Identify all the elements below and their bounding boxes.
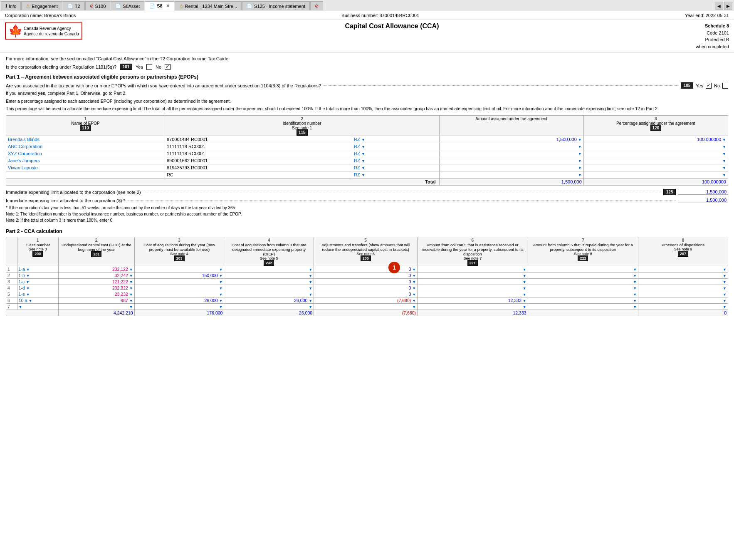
p2-diep-4[interactable]: ▼ xyxy=(224,291,314,297)
p1-percent-cell[interactable]: ▼ xyxy=(583,143,728,150)
p1-name-cell: Vivian Laposte xyxy=(6,164,165,171)
p2-adj-6[interactable]: ▼ xyxy=(314,304,418,310)
p2-col6-5[interactable]: 12,333 ▼ xyxy=(418,297,528,304)
p2-acq-2[interactable]: ▼ xyxy=(134,279,224,285)
p1-amount-cell[interactable]: ▼ xyxy=(439,143,583,150)
p2-ucc-6[interactable]: ▼ xyxy=(59,304,135,310)
p2-col6-0[interactable]: ▼ xyxy=(418,266,528,273)
p1-percent-cell[interactable]: ▼ xyxy=(583,164,728,171)
col3-num: 3 xyxy=(586,116,726,121)
p2-total-col7 xyxy=(528,310,638,316)
p2-adj-4[interactable]: 0 ▼ xyxy=(314,291,418,297)
tab-s8[interactable]: 📄 S8 ✕ xyxy=(145,1,174,11)
p2-col6-4[interactable]: ▼ xyxy=(418,291,528,297)
p2-class-dropdown-2: ▼ xyxy=(26,280,30,284)
p1-percent-cell[interactable]: ▼ xyxy=(583,171,728,178)
p2-diep-6[interactable]: ▼ xyxy=(224,304,314,310)
p2-class-5[interactable]: 10-a ▼ xyxy=(17,297,59,304)
no-checkbox[interactable] xyxy=(165,64,171,70)
p2-col7-0[interactable]: ▼ xyxy=(528,266,638,273)
p2-col6-1[interactable]: ▼ xyxy=(418,273,528,279)
p2-proceeds-6[interactable]: ▼ xyxy=(638,304,728,310)
part1-yes-checkbox[interactable] xyxy=(706,83,712,89)
part1-row-3: Jane's Jumpers 890001662 RC0001 RZ ▼ ▼ ▼ xyxy=(6,157,728,164)
p2-acq-1[interactable]: 150,000 ▼ xyxy=(134,273,224,279)
p2-ucc-2[interactable]: 121,222 ▼ xyxy=(59,279,135,285)
p1-amount-cell[interactable]: ▼ xyxy=(439,157,583,164)
tab-s125[interactable]: 📄 S125 - Income statement xyxy=(242,1,310,10)
p1-percent-cell[interactable]: 100.000000 ▼ xyxy=(583,136,728,143)
p2-class-3[interactable]: 1-d ▼ xyxy=(17,285,59,291)
p1-amount-cell[interactable]: ▼ xyxy=(439,171,583,178)
tab-more[interactable]: ⊘ xyxy=(310,1,323,10)
p2-diep-dd-5: ▼ xyxy=(309,299,312,303)
yes-checkbox[interactable] xyxy=(146,64,152,70)
p2-col7-4[interactable]: ▼ xyxy=(528,291,638,297)
p2-diep-1[interactable]: ▼ xyxy=(224,273,314,279)
tab-s8asset[interactable]: 📄 S8Asset xyxy=(111,1,144,10)
p2-acq-4[interactable]: ▼ xyxy=(134,291,224,297)
p2-ucc-1[interactable]: 32,242 ▼ xyxy=(59,273,135,279)
p2-col6-2[interactable]: ▼ xyxy=(418,279,528,285)
tab-s8-close[interactable]: ✕ xyxy=(166,3,170,9)
business-number-value: 870001484RC0001 xyxy=(379,13,419,18)
p2-class-2[interactable]: 1-c ▼ xyxy=(17,279,59,285)
p2-acq-dd-2: ▼ xyxy=(219,280,223,284)
nav-left[interactable]: ◀ xyxy=(715,2,723,10)
tab-engagement[interactable]: ⚠ Engagement xyxy=(21,1,62,10)
p2-proceeds-0[interactable]: ▼ xyxy=(638,266,728,273)
part1-question: Are you associated in the tax year with … xyxy=(6,83,321,88)
p2-adj-0[interactable]: 0 ▼ xyxy=(314,266,418,273)
p2-ucc-0[interactable]: 232,122 ▼ xyxy=(59,266,135,273)
p1-amount-cell[interactable]: ▼ xyxy=(439,164,583,171)
p2-adj-1[interactable]: 0 ▼ xyxy=(314,273,418,279)
schedule-label: Schedule 8 xyxy=(705,23,729,28)
p1-percent-cell[interactable]: ▼ xyxy=(583,150,728,157)
p2-proceeds-3[interactable]: ▼ xyxy=(638,285,728,291)
part2-row-6: 7 ▼ ▼ ▼ ▼ ▼ ▼ ▼ ▼ xyxy=(6,304,728,310)
p2-adj-3[interactable]: 0 ▼ xyxy=(314,285,418,291)
p2-class-0[interactable]: 1-a ▼ xyxy=(17,266,59,273)
p1-amount-cell[interactable]: ▼ xyxy=(439,150,583,157)
tab-s100[interactable]: ⊘ S100 xyxy=(85,1,111,10)
tab-rental[interactable]: ⚠ Rental - 1234 Main Stre... xyxy=(175,1,242,10)
p2-acq-0[interactable]: ▼ xyxy=(134,266,224,273)
p2-col7-2[interactable]: ▼ xyxy=(528,279,638,285)
p2-ucc-5[interactable]: 987 ▼ xyxy=(59,297,135,304)
p1-amount-cell[interactable]: 1,500,000 ▼ xyxy=(439,136,583,143)
p2-ucc-3[interactable]: 232,322 ▼ xyxy=(59,285,135,291)
p2-acq-6[interactable]: ▼ xyxy=(134,304,224,310)
p2-col7-5[interactable]: ▼ xyxy=(528,297,638,304)
p2-diep-0[interactable]: ▼ xyxy=(224,266,314,273)
tab-t2[interactable]: 📄 T2 xyxy=(63,1,85,10)
p2-diep-5[interactable]: 26,000 ▼ xyxy=(224,297,314,304)
tab-info[interactable]: ℹ Info xyxy=(1,1,21,10)
p2-col6-6[interactable]: ▼ xyxy=(418,304,528,310)
part1-no-checkbox[interactable] xyxy=(722,83,728,89)
nav-right[interactable]: ▶ xyxy=(724,2,732,10)
p1-percent-cell[interactable]: ▼ xyxy=(583,157,728,164)
p2-col5-header: 5 Adjustments and transfers (show amount… xyxy=(314,237,418,266)
p2-acq-3[interactable]: ▼ xyxy=(134,285,224,291)
p2-col7-1[interactable]: ▼ xyxy=(528,273,638,279)
p2-col7-3[interactable]: ▼ xyxy=(528,285,638,291)
p1-id-cell: 11111118 RC0001 xyxy=(165,143,352,150)
p2-col7-6[interactable]: ▼ xyxy=(528,304,638,310)
p2-diep-3[interactable]: ▼ xyxy=(224,285,314,291)
p2-proceeds-5[interactable]: ▼ xyxy=(638,297,728,304)
p2-diep-2[interactable]: ▼ xyxy=(224,279,314,285)
p2-class-4[interactable]: 1-e ▼ xyxy=(17,291,59,297)
p2-proceeds-2[interactable]: ▼ xyxy=(638,279,728,285)
p2-acq-5[interactable]: 26,000 ▼ xyxy=(134,297,224,304)
p2-adj-5[interactable]: (7,680) ▼ xyxy=(314,297,418,304)
part2-row-4: 5 1-e ▼ 23,232 ▼ ▼ ▼ 0 ▼ ▼ ▼ ▼ xyxy=(6,291,728,297)
p2-adj-2[interactable]: 0 ▼ xyxy=(314,279,418,285)
p2-class-6[interactable]: ▼ xyxy=(17,304,59,310)
p2-proceeds-4[interactable]: ▼ xyxy=(638,291,728,297)
p2-proceeds-1[interactable]: ▼ xyxy=(638,273,728,279)
code-label: Code 2101 xyxy=(696,30,729,37)
p2-class-1[interactable]: 1-b ▼ xyxy=(17,273,59,279)
p2-adj-dd-3: ▼ xyxy=(412,286,416,290)
p2-col6-3[interactable]: ▼ xyxy=(418,285,528,291)
p2-ucc-4[interactable]: 23,232 ▼ xyxy=(59,291,135,297)
